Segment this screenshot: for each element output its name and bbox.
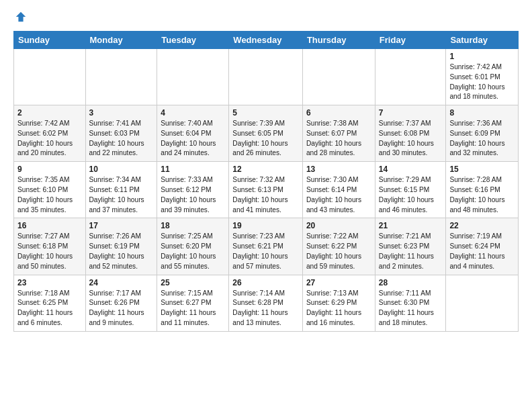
day-number: 8 [449, 108, 515, 118]
day-info: Sunrise: 7:32 AM Sunset: 6:13 PM Dayligh… [232, 175, 299, 215]
calendar-cell: 23Sunrise: 7:18 AM Sunset: 6:25 PM Dayli… [14, 275, 86, 331]
calendar-cell: 20Sunrise: 7:22 AM Sunset: 6:22 PM Dayli… [302, 218, 375, 275]
day-info: Sunrise: 7:17 AM Sunset: 6:26 PM Dayligh… [89, 289, 154, 328]
calendar-cell: 27Sunrise: 7:13 AM Sunset: 6:29 PM Dayli… [302, 275, 375, 331]
calendar-cell: 26Sunrise: 7:14 AM Sunset: 6:28 PM Dayli… [229, 275, 303, 331]
calendar-week-0: 1Sunrise: 7:42 AM Sunset: 6:01 PM Daylig… [14, 49, 519, 105]
col-header-thursday: Thursday [302, 32, 375, 49]
calendar-cell: 15Sunrise: 7:28 AM Sunset: 6:16 PM Dayli… [446, 162, 519, 218]
calendar-cell: 12Sunrise: 7:32 AM Sunset: 6:13 PM Dayli… [229, 162, 303, 218]
calendar-cell: 25Sunrise: 7:15 AM Sunset: 6:27 PM Dayli… [157, 275, 229, 331]
day-number: 1 [449, 52, 515, 61]
logo-icon [15, 11, 27, 23]
day-info: Sunrise: 7:36 AM Sunset: 6:09 PM Dayligh… [449, 119, 515, 158]
calendar-cell: 1Sunrise: 7:42 AM Sunset: 6:01 PM Daylig… [446, 49, 519, 105]
calendar-cell: 10Sunrise: 7:34 AM Sunset: 6:11 PM Dayli… [85, 162, 157, 218]
calendar-week-2: 9Sunrise: 7:35 AM Sunset: 6:10 PM Daylig… [14, 162, 519, 218]
day-info: Sunrise: 7:21 AM Sunset: 6:23 PM Dayligh… [379, 232, 443, 271]
day-info: Sunrise: 7:38 AM Sunset: 6:07 PM Dayligh… [306, 119, 371, 158]
calendar-cell: 28Sunrise: 7:11 AM Sunset: 6:30 PM Dayli… [375, 275, 446, 331]
day-number: 17 [89, 221, 154, 230]
day-number: 25 [161, 278, 225, 287]
calendar-cell: 5Sunrise: 7:39 AM Sunset: 6:05 PM Daylig… [229, 105, 303, 162]
col-header-wednesday: Wednesday [229, 32, 303, 49]
day-number: 20 [306, 221, 371, 230]
day-info: Sunrise: 7:23 AM Sunset: 6:21 PM Dayligh… [232, 232, 299, 271]
col-header-monday: Monday [85, 32, 157, 49]
calendar-cell: 4Sunrise: 7:40 AM Sunset: 6:04 PM Daylig… [157, 105, 229, 162]
calendar-cell: 8Sunrise: 7:36 AM Sunset: 6:09 PM Daylig… [446, 105, 519, 162]
calendar-cell: 14Sunrise: 7:29 AM Sunset: 6:15 PM Dayli… [375, 162, 446, 218]
day-number: 24 [89, 278, 154, 287]
day-info: Sunrise: 7:42 AM Sunset: 6:02 PM Dayligh… [17, 119, 82, 158]
day-number: 12 [232, 165, 299, 174]
day-info: Sunrise: 7:22 AM Sunset: 6:22 PM Dayligh… [306, 232, 371, 271]
day-number: 22 [449, 221, 515, 230]
day-number: 7 [379, 108, 443, 118]
calendar-header-row: SundayMondayTuesdayWednesdayThursdayFrid… [14, 32, 519, 49]
day-number: 2 [17, 108, 82, 118]
svg-marker-0 [16, 12, 26, 21]
day-info: Sunrise: 7:30 AM Sunset: 6:14 PM Dayligh… [306, 175, 371, 215]
calendar-cell: 22Sunrise: 7:19 AM Sunset: 6:24 PM Dayli… [446, 218, 519, 275]
calendar-cell [14, 49, 86, 105]
day-info: Sunrise: 7:35 AM Sunset: 6:10 PM Dayligh… [17, 175, 82, 215]
day-info: Sunrise: 7:27 AM Sunset: 6:18 PM Dayligh… [17, 232, 82, 271]
day-number: 4 [161, 108, 225, 118]
col-header-sunday: Sunday [14, 32, 86, 49]
calendar-cell [375, 49, 446, 105]
day-number: 16 [17, 221, 82, 230]
calendar-cell [157, 49, 229, 105]
col-header-friday: Friday [375, 32, 446, 49]
day-number: 28 [379, 278, 443, 287]
header [13, 11, 519, 23]
day-number: 10 [89, 165, 154, 174]
calendar-cell: 24Sunrise: 7:17 AM Sunset: 6:26 PM Dayli… [85, 275, 157, 331]
page: SundayMondayTuesdayWednesdayThursdayFrid… [0, 0, 532, 342]
day-info: Sunrise: 7:33 AM Sunset: 6:12 PM Dayligh… [161, 175, 225, 215]
day-info: Sunrise: 7:11 AM Sunset: 6:30 PM Dayligh… [379, 289, 443, 328]
logo [13, 11, 27, 23]
calendar-cell [302, 49, 375, 105]
day-info: Sunrise: 7:42 AM Sunset: 6:01 PM Dayligh… [449, 62, 515, 102]
calendar-cell [85, 49, 157, 105]
day-info: Sunrise: 7:26 AM Sunset: 6:19 PM Dayligh… [89, 232, 154, 271]
day-number: 13 [306, 165, 371, 174]
day-number: 21 [379, 221, 443, 230]
calendar-week-1: 2Sunrise: 7:42 AM Sunset: 6:02 PM Daylig… [14, 105, 519, 162]
day-info: Sunrise: 7:13 AM Sunset: 6:29 PM Dayligh… [306, 289, 371, 328]
calendar-cell: 2Sunrise: 7:42 AM Sunset: 6:02 PM Daylig… [14, 105, 86, 162]
calendar-cell: 18Sunrise: 7:25 AM Sunset: 6:20 PM Dayli… [157, 218, 229, 275]
calendar-cell: 6Sunrise: 7:38 AM Sunset: 6:07 PM Daylig… [302, 105, 375, 162]
day-number: 15 [449, 165, 515, 174]
calendar-cell: 17Sunrise: 7:26 AM Sunset: 6:19 PM Dayli… [85, 218, 157, 275]
day-info: Sunrise: 7:34 AM Sunset: 6:11 PM Dayligh… [89, 175, 154, 215]
day-info: Sunrise: 7:25 AM Sunset: 6:20 PM Dayligh… [161, 232, 225, 271]
day-number: 14 [379, 165, 443, 174]
day-info: Sunrise: 7:37 AM Sunset: 6:08 PM Dayligh… [379, 119, 443, 158]
day-number: 9 [17, 165, 82, 174]
day-info: Sunrise: 7:28 AM Sunset: 6:16 PM Dayligh… [449, 175, 515, 215]
day-number: 27 [306, 278, 371, 287]
day-info: Sunrise: 7:19 AM Sunset: 6:24 PM Dayligh… [449, 232, 515, 271]
calendar-cell: 7Sunrise: 7:37 AM Sunset: 6:08 PM Daylig… [375, 105, 446, 162]
day-number: 5 [232, 108, 299, 118]
calendar-cell: 19Sunrise: 7:23 AM Sunset: 6:21 PM Dayli… [229, 218, 303, 275]
calendar-cell: 3Sunrise: 7:41 AM Sunset: 6:03 PM Daylig… [85, 105, 157, 162]
day-number: 11 [161, 165, 225, 174]
day-number: 6 [306, 108, 371, 118]
day-info: Sunrise: 7:29 AM Sunset: 6:15 PM Dayligh… [379, 175, 443, 215]
col-header-saturday: Saturday [446, 32, 519, 49]
day-number: 26 [232, 278, 299, 287]
calendar-cell: 13Sunrise: 7:30 AM Sunset: 6:14 PM Dayli… [302, 162, 375, 218]
day-number: 19 [232, 221, 299, 230]
day-info: Sunrise: 7:40 AM Sunset: 6:04 PM Dayligh… [161, 119, 225, 158]
calendar-table: SundayMondayTuesdayWednesdayThursdayFrid… [13, 31, 519, 332]
day-info: Sunrise: 7:14 AM Sunset: 6:28 PM Dayligh… [232, 289, 299, 328]
day-info: Sunrise: 7:41 AM Sunset: 6:03 PM Dayligh… [89, 119, 154, 158]
calendar-cell [446, 275, 519, 331]
day-number: 18 [161, 221, 225, 230]
day-number: 3 [89, 108, 154, 118]
calendar-cell: 11Sunrise: 7:33 AM Sunset: 6:12 PM Dayli… [157, 162, 229, 218]
calendar-week-3: 16Sunrise: 7:27 AM Sunset: 6:18 PM Dayli… [14, 218, 519, 275]
